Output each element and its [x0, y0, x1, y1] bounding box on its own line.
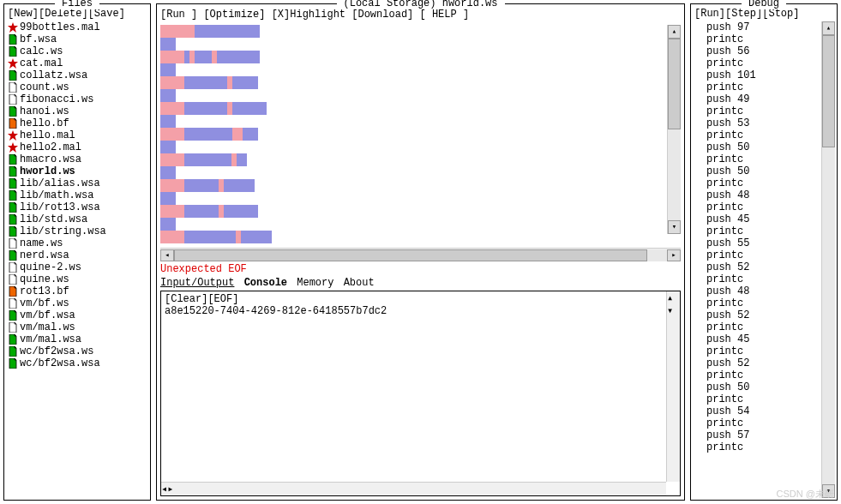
debug-instruction[interactable]: printc: [706, 369, 835, 381]
debug-instruction[interactable]: push 56: [706, 45, 835, 57]
debug-instruction[interactable]: printc: [706, 105, 835, 117]
debug-step-button[interactable]: [Step]: [725, 8, 762, 20]
highlight-checkbox[interactable]: [X]: [272, 9, 291, 21]
file-item[interactable]: hanoi.ws: [8, 105, 147, 117]
debug-instruction[interactable]: printc: [706, 393, 835, 405]
debug-instruction[interactable]: push 48: [706, 285, 835, 297]
file-item[interactable]: wc/bf2wsa.ws: [8, 345, 147, 357]
eof-button[interactable]: [EOF]: [207, 293, 238, 305]
code-row[interactable]: [160, 76, 681, 89]
scroll-right-icon[interactable]: ▸: [167, 483, 173, 495]
scroll-left-icon[interactable]: ◂: [161, 483, 167, 495]
file-item[interactable]: nerd.wsa: [8, 249, 147, 261]
code-row[interactable]: [160, 25, 681, 38]
code-row[interactable]: [160, 192, 681, 205]
tab-io[interactable]: Input/Output: [160, 277, 234, 289]
optimize-button[interactable]: [Optimize]: [203, 9, 265, 21]
file-item[interactable]: hworld.ws: [8, 165, 147, 177]
scroll-up-icon[interactable]: ▴: [667, 291, 680, 304]
debug-instruction[interactable]: push 101: [706, 69, 835, 81]
file-item[interactable]: hello2.mal: [8, 141, 147, 153]
debug-instruction[interactable]: printc: [706, 81, 835, 93]
debug-instruction[interactable]: push 48: [706, 189, 835, 201]
debug-instruction[interactable]: printc: [706, 153, 835, 165]
file-item[interactable]: hello.mal: [8, 129, 147, 141]
scroll-up-icon[interactable]: ▴: [668, 25, 681, 39]
file-item[interactable]: vm/mal.wsa: [8, 333, 147, 345]
tab-memory[interactable]: Memory: [297, 277, 333, 289]
scroll-up-icon[interactable]: ▴: [822, 21, 835, 35]
code-row[interactable]: [160, 63, 681, 76]
debug-instruction[interactable]: push 97: [706, 21, 835, 33]
debug-instruction[interactable]: printc: [706, 33, 835, 45]
console-hscrollbar[interactable]: ◂ ▸: [161, 482, 666, 495]
save-button[interactable]: [Save]: [88, 8, 125, 20]
file-item[interactable]: lib/math.wsa: [8, 189, 147, 201]
file-item[interactable]: bf.wsa: [8, 33, 147, 45]
debug-instruction[interactable]: push 45: [706, 333, 835, 345]
debug-instruction[interactable]: printc: [706, 297, 835, 309]
clear-button[interactable]: [Clear]: [165, 293, 207, 305]
file-item[interactable]: hello.bf: [8, 117, 147, 129]
debug-instruction[interactable]: printc: [706, 249, 835, 261]
debug-instruction[interactable]: push 52: [706, 309, 835, 321]
hscroll-thumb[interactable]: [174, 249, 647, 261]
debug-instruction[interactable]: push 50: [706, 381, 835, 393]
file-item[interactable]: lib/string.wsa: [8, 225, 147, 237]
new-button[interactable]: [New]: [8, 8, 39, 20]
file-item[interactable]: rot13.bf: [8, 285, 147, 297]
debug-stop-button[interactable]: [Stop]: [762, 8, 799, 20]
file-item[interactable]: calc.ws: [8, 45, 147, 57]
code-row[interactable]: [160, 153, 681, 166]
file-item[interactable]: fibonacci.ws: [8, 93, 147, 105]
debug-instruction[interactable]: printc: [706, 57, 835, 69]
code-row[interactable]: [160, 128, 681, 141]
file-item[interactable]: vm/bf.wsa: [8, 309, 147, 321]
scroll-down-icon[interactable]: ▾: [667, 304, 680, 317]
scroll-left-icon[interactable]: ◂: [160, 249, 174, 261]
file-item[interactable]: vm/mal.ws: [8, 321, 147, 333]
debug-instruction[interactable]: printc: [706, 201, 835, 213]
debug-instruction[interactable]: printc: [706, 273, 835, 285]
code-row[interactable]: [160, 179, 681, 192]
code-row[interactable]: [160, 102, 681, 115]
debug-instruction[interactable]: push 45: [706, 213, 835, 225]
debug-instruction[interactable]: printc: [706, 321, 835, 333]
file-item[interactable]: collatz.wsa: [8, 69, 147, 81]
file-item[interactable]: vm/bf.ws: [8, 297, 147, 309]
run-button[interactable]: [Run ]: [160, 9, 197, 21]
console-vscrollbar[interactable]: ▴ ▾: [666, 291, 680, 482]
code-row[interactable]: [160, 89, 681, 102]
debug-instruction[interactable]: printc: [706, 177, 835, 189]
code-row[interactable]: [160, 115, 681, 128]
file-item[interactable]: count.ws: [8, 81, 147, 93]
debug-instruction[interactable]: push 52: [706, 357, 835, 369]
editor-vscrollbar[interactable]: ▴ ▾: [667, 25, 681, 234]
debug-instruction[interactable]: printc: [706, 441, 835, 453]
help-button[interactable]: [ HELP ]: [419, 9, 469, 21]
debug-instruction[interactable]: push 57: [706, 429, 835, 441]
debug-instruction[interactable]: printc: [706, 417, 835, 429]
debug-instruction[interactable]: push 52: [706, 261, 835, 273]
debug-instruction[interactable]: push 50: [706, 141, 835, 153]
debug-instruction[interactable]: push 50: [706, 165, 835, 177]
scroll-down-icon[interactable]: ▾: [668, 220, 681, 234]
file-item[interactable]: name.ws: [8, 237, 147, 249]
vscroll-thumb[interactable]: [822, 35, 835, 147]
debug-instruction[interactable]: push 55: [706, 237, 835, 249]
file-item[interactable]: cat.mal: [8, 57, 147, 69]
debug-instruction[interactable]: push 53: [706, 117, 835, 129]
file-item[interactable]: lib/rot13.wsa: [8, 201, 147, 213]
code-row[interactable]: [160, 218, 681, 231]
tab-about[interactable]: About: [344, 277, 375, 289]
file-item[interactable]: quine.ws: [8, 273, 147, 285]
editor-area[interactable]: ▴ ▾ ◂ ▸: [160, 25, 681, 261]
download-button[interactable]: [Download]: [351, 9, 413, 21]
file-item[interactable]: 99bottles.mal: [8, 21, 147, 33]
code-row[interactable]: [160, 205, 681, 218]
debug-vscrollbar[interactable]: ▴ ▾: [821, 21, 835, 498]
debug-instruction[interactable]: printc: [706, 129, 835, 141]
debug-instruction[interactable]: push 54: [706, 405, 835, 417]
code-row[interactable]: [160, 51, 681, 63]
code-row[interactable]: [160, 166, 681, 179]
